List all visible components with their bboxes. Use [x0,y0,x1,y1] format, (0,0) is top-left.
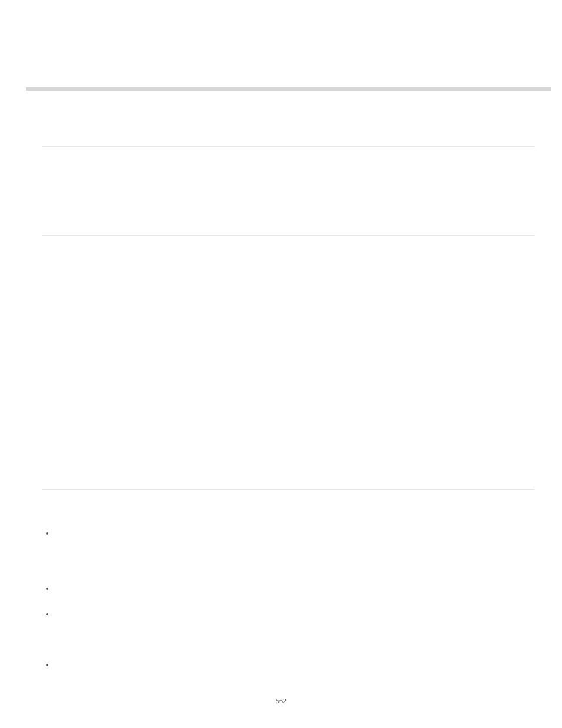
section-divider-thick [26,87,551,91]
bullet-icon [46,532,48,535]
bullet-icon [46,588,48,590]
section-divider-thin [42,146,535,147]
bullet-icon [46,664,48,666]
page-number: 562 [0,697,562,706]
section-divider-thin [42,489,535,490]
bullet-icon [46,613,48,615]
document-page: 562 [0,0,562,728]
section-divider-thin [42,235,535,236]
